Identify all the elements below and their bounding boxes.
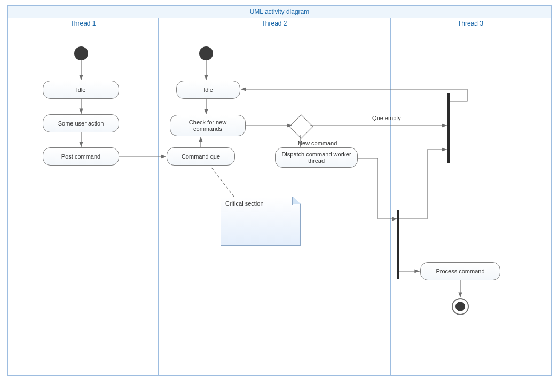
activity-process-command: Process command xyxy=(420,262,500,280)
activity-dispatch-command: Dispatch command worker thread xyxy=(275,147,358,168)
activity-check-new-commands: Check for new commands xyxy=(170,115,246,136)
note-critical-section: Critical section xyxy=(221,197,301,246)
diagram-frame: UML activity diagram Thread 1 Thread 2 T… xyxy=(7,5,552,376)
edge-label-new-command: New command xyxy=(298,140,337,146)
fork-bar xyxy=(397,210,399,279)
lane-divider-1 xyxy=(158,18,159,376)
diagram-stage: UML activity diagram Thread 1 Thread 2 T… xyxy=(0,0,558,392)
activity-idle-t1: Idle xyxy=(43,81,119,99)
join-bar xyxy=(447,93,450,163)
note-text: Critical section xyxy=(225,200,264,207)
lane-header-thread1: Thread 1 xyxy=(8,18,158,29)
edge-label-queue-empty: Que empty xyxy=(372,115,401,121)
lane-header-thread2: Thread 2 xyxy=(158,18,390,29)
initial-node-thread2 xyxy=(199,46,213,60)
final-node-inner xyxy=(455,302,465,311)
activity-idle-t2: Idle xyxy=(176,81,240,99)
activity-command-queue: Command que xyxy=(167,147,235,166)
final-node xyxy=(452,298,469,315)
frame-title: UML activity diagram xyxy=(8,6,551,18)
activity-some-user-action: Some user action xyxy=(43,114,119,132)
lane-divider-2 xyxy=(390,18,391,376)
activity-post-command: Post command xyxy=(43,147,119,166)
initial-node-thread1 xyxy=(74,46,88,60)
lane-header-thread3: Thread 3 xyxy=(390,18,551,29)
note-fold-icon xyxy=(292,197,300,205)
